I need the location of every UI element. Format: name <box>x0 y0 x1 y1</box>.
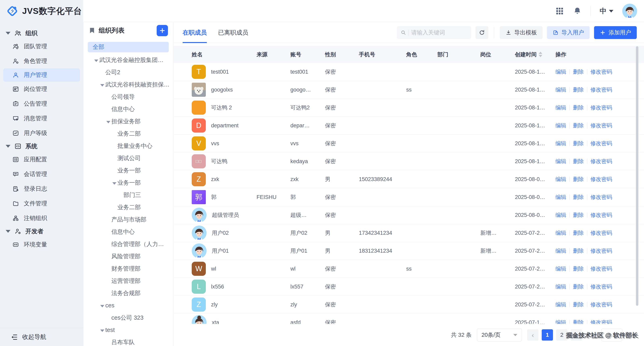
change-password-link[interactable]: 修改密码 <box>590 122 612 129</box>
org-tree-item-all[interactable]: 全部 <box>88 42 169 52</box>
change-password-link[interactable]: 修改密码 <box>590 265 612 272</box>
delete-link[interactable]: 删除 <box>573 104 584 111</box>
org-tree-item[interactable]: 业务一部 <box>83 164 173 177</box>
add-user-button[interactable]: 添加用户 <box>594 26 637 39</box>
edit-link[interactable]: 编辑 <box>556 247 566 255</box>
edit-link[interactable]: 编辑 <box>556 229 566 237</box>
tree-caret-icon[interactable] <box>99 302 105 309</box>
delete-link[interactable]: 删除 <box>573 140 584 147</box>
sidebar-item-环境变量[interactable]: 环境变量 <box>0 237 83 252</box>
vertical-scrollbar[interactable] <box>636 46 638 306</box>
change-password-link[interactable]: 修改密码 <box>590 229 612 237</box>
change-password-link[interactable]: 修改密码 <box>590 194 612 201</box>
delete-link[interactable]: 删除 <box>573 122 584 129</box>
tab-resigned-members[interactable]: 已离职成员 <box>218 22 248 43</box>
page-button-1[interactable]: 1 <box>542 329 553 341</box>
sidebar-item-用户管理[interactable]: 用户管理 <box>3 68 80 82</box>
sort-icons[interactable] <box>539 52 542 57</box>
delete-link[interactable]: 删除 <box>573 176 584 183</box>
org-tree-item[interactable]: 信息中心 <box>83 103 173 115</box>
change-password-link[interactable]: 修改密码 <box>590 211 612 219</box>
sidebar-item-岗位管理[interactable]: 岗位管理 <box>0 82 83 96</box>
org-tree-item[interactable]: 武汉光谷科技融资担保… <box>83 78 173 91</box>
sort-asc-icon[interactable] <box>539 52 542 54</box>
bell-icon[interactable] <box>573 7 582 15</box>
add-org-button[interactable] <box>157 25 168 36</box>
edit-link[interactable]: 编辑 <box>556 68 566 75</box>
export-template-button[interactable]: 导出模板 <box>500 26 542 39</box>
search-input[interactable] <box>411 29 462 36</box>
tree-caret-icon[interactable] <box>93 57 99 63</box>
sidebar-item-消息管理[interactable]: 消息管理 <box>0 111 83 126</box>
org-tree-item[interactable]: 吕布车队 <box>83 336 173 346</box>
edit-link[interactable]: 编辑 <box>556 265 566 272</box>
sidebar-group-系统[interactable]: 系统 <box>0 140 83 152</box>
org-tree-item[interactable]: 法务合规部 <box>83 287 173 299</box>
org-tree-item[interactable]: 测试公司 <box>83 152 173 164</box>
sidebar-item-角色管理[interactable]: 角色管理 <box>0 54 83 68</box>
delete-link[interactable]: 删除 <box>573 194 584 201</box>
import-users-button[interactable]: 导入用户 <box>547 26 590 39</box>
change-password-link[interactable]: 修改密码 <box>590 158 612 165</box>
sidebar-group-组织[interactable]: 组织 <box>0 27 83 39</box>
sort-desc-icon[interactable] <box>539 55 542 57</box>
refresh-button[interactable] <box>476 26 488 39</box>
user-avatar[interactable] <box>622 3 637 18</box>
org-tree-item[interactable]: ces公司 323 <box>83 312 173 324</box>
sidebar-item-注销组织[interactable]: 注销组织 <box>0 211 83 226</box>
sidebar-item-团队管理[interactable]: 团队管理 <box>0 39 83 54</box>
sidebar-group-开发者[interactable]: 开发者 <box>0 226 83 237</box>
sidebar-item-登录日志[interactable]: 登录日志 <box>0 181 83 196</box>
sidebar-item-文件管理[interactable]: 文件管理 <box>0 196 83 211</box>
change-password-link[interactable]: 修改密码 <box>590 86 612 93</box>
change-password-link[interactable]: 修改密码 <box>590 104 612 111</box>
prev-page-button[interactable]: ‹ <box>527 329 538 341</box>
delete-link[interactable]: 删除 <box>573 158 584 165</box>
collapse-nav-button[interactable]: 收起导航 <box>0 328 83 346</box>
org-tree-item[interactable]: 武汉光谷金融控股集团有… <box>83 54 173 66</box>
edit-link[interactable]: 编辑 <box>556 194 566 201</box>
language-selector[interactable]: 中 <box>600 6 614 16</box>
delete-link[interactable]: 删除 <box>573 301 584 308</box>
tab-active-members[interactable]: 在职成员 <box>183 22 207 43</box>
edit-link[interactable]: 编辑 <box>556 211 566 219</box>
change-password-link[interactable]: 修改密码 <box>590 319 612 324</box>
sidebar-item-用户等级[interactable]: 用户等级 <box>0 126 83 140</box>
org-tree-item[interactable]: ces <box>83 299 173 312</box>
page-size-select[interactable]: 20条/页 <box>477 329 522 341</box>
delete-link[interactable]: 删除 <box>573 283 584 290</box>
edit-link[interactable]: 编辑 <box>556 176 566 183</box>
change-password-link[interactable]: 修改密码 <box>590 283 612 290</box>
sidebar-item-公告管理[interactable]: 公告管理 <box>0 96 83 111</box>
tree-caret-icon[interactable] <box>105 118 111 125</box>
org-tree-item[interactable]: 业务一部 <box>83 177 173 189</box>
apps-grid-icon[interactable] <box>555 7 564 15</box>
org-tree-item[interactable]: test <box>83 324 173 336</box>
change-password-link[interactable]: 修改密码 <box>590 176 612 183</box>
edit-link[interactable]: 编辑 <box>556 319 566 324</box>
tree-caret-icon[interactable] <box>99 327 105 333</box>
org-tree-item[interactable]: 业务二部 <box>83 201 173 213</box>
org-tree-item[interactable]: 运营管理部 <box>83 275 173 287</box>
edit-link[interactable]: 编辑 <box>556 86 566 93</box>
org-tree-item[interactable]: 担保业务部 <box>83 115 173 128</box>
change-password-link[interactable]: 修改密码 <box>590 68 612 75</box>
delete-link[interactable]: 删除 <box>573 229 584 237</box>
edit-link[interactable]: 编辑 <box>556 140 566 147</box>
org-tree-item[interactable]: 财务管理部 <box>83 263 173 275</box>
org-tree-item[interactable]: 批量业务中心 <box>83 140 173 152</box>
edit-link[interactable]: 编辑 <box>556 301 566 308</box>
sidebar-item-应用配置[interactable]: 应用配置 <box>0 152 83 167</box>
org-tree-item[interactable]: 公司2 <box>83 66 173 78</box>
edit-link[interactable]: 编辑 <box>556 283 566 290</box>
change-password-link[interactable]: 修改密码 <box>590 140 612 147</box>
change-password-link[interactable]: 修改密码 <box>590 301 612 308</box>
org-tree-item[interactable]: 部门三 <box>83 189 173 201</box>
org-tree-item[interactable]: 综合管理部（人力… <box>83 238 173 250</box>
edit-link[interactable]: 编辑 <box>556 158 566 165</box>
edit-link[interactable]: 编辑 <box>556 104 566 111</box>
org-tree-item[interactable]: 公司领导 <box>83 91 173 103</box>
org-tree-item[interactable]: 信息中心 <box>83 226 173 238</box>
org-tree-item[interactable]: 产品与市场部 <box>83 213 173 226</box>
delete-link[interactable]: 删除 <box>573 247 584 255</box>
